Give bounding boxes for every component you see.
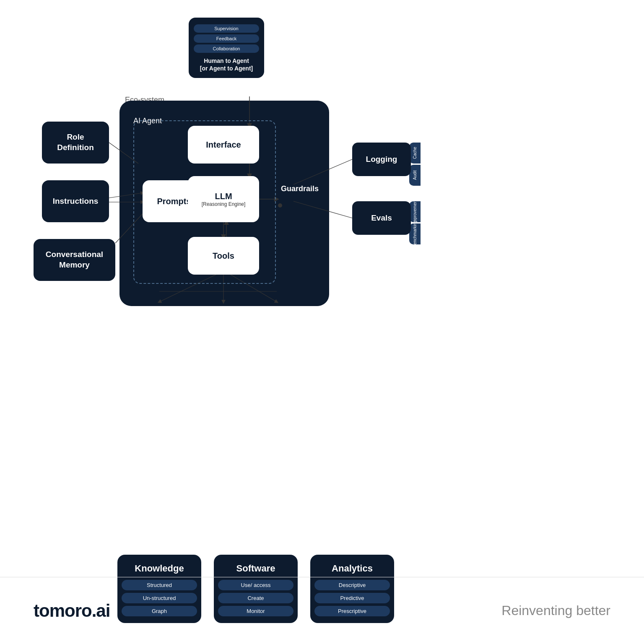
supervision-tab: Supervision (194, 24, 259, 33)
software-title: Software (218, 563, 293, 574)
logging-box: Logging (352, 143, 411, 176)
role-definition-box: RoleDefinition (42, 122, 109, 164)
feedback-tab: Feedback (194, 34, 259, 43)
interface-box: Interface (188, 126, 259, 164)
knowledge-title: Knowledge (122, 563, 197, 574)
logo: tomoro.ai (34, 601, 110, 621)
tools-box: Tools (188, 237, 259, 275)
main-container: Supervision Feedback Collaboration Human… (0, 0, 644, 644)
connections-svg (0, 0, 644, 644)
cache-tab: Cache (409, 143, 421, 164)
ai-agent-label: AI Agent (133, 117, 162, 125)
role-definition-label: RoleDefinition (57, 132, 94, 153)
conversational-memory-label: ConversationalMemory (46, 249, 103, 270)
llm-box: LLM [Reasoning Engine] (188, 176, 259, 222)
evals-box: Evals (352, 201, 411, 235)
llm-subtitle: [Reasoning Engine] (202, 201, 246, 207)
human-agent-tabs: Supervision Feedback Collaboration (194, 24, 259, 53)
footer: tomoro.ai Reinventing better (0, 577, 644, 644)
human-agent-box: Supervision Feedback Collaboration Human… (189, 18, 264, 78)
instructions-box: Instructions (42, 180, 109, 222)
benchmarking-tab: Benchmarking (409, 223, 421, 244)
collaboration-tab: Collaboration (194, 44, 259, 53)
logging-tabs: Cache Audit (409, 143, 421, 186)
analytics-title: Analytics (314, 563, 390, 574)
improvement-tab: Improvement (409, 201, 421, 222)
tagline: Reinventing better (501, 603, 610, 618)
human-agent-title: Human to Agent[or Agent to Agent] (194, 57, 259, 72)
conversational-memory-box: ConversationalMemory (34, 239, 115, 281)
evals-tabs: Improvement Benchmarking (409, 201, 421, 244)
llm-title: LLM (215, 192, 232, 201)
guardrails-box: Guardrails (281, 184, 319, 193)
audit-tab: Audit (409, 165, 421, 186)
